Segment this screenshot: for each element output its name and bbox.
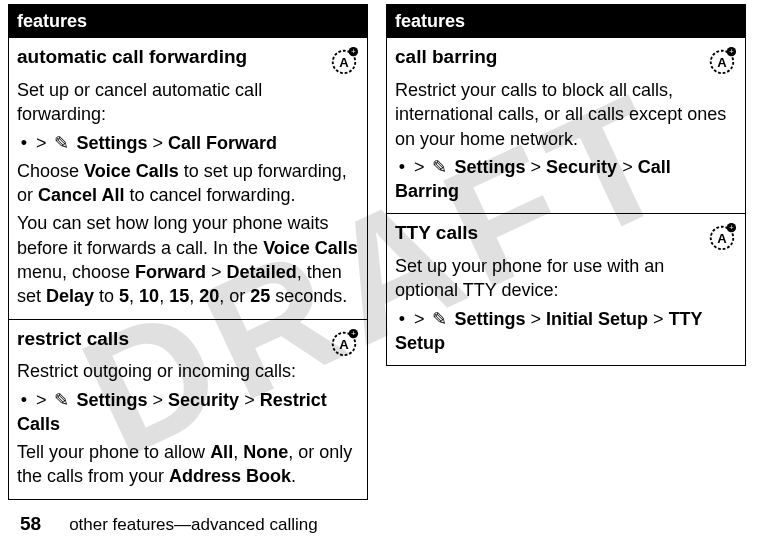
- features-table-left: features A+ automatic call forwarding Se…: [8, 4, 368, 500]
- feature-title: TTY calls: [395, 220, 478, 246]
- nav-path: • > ✎ Settings > Call Forward: [17, 131, 359, 155]
- path-settings: Settings: [77, 133, 148, 153]
- feature-title: call barring: [395, 44, 497, 70]
- feature-cell-tty-calls: A+ TTY calls Set up your phone for use w…: [387, 214, 746, 366]
- text: to cancel forwarding.: [124, 185, 295, 205]
- term-cancel-all: Cancel All: [38, 185, 124, 205]
- path-initial-setup: Initial Setup: [546, 309, 648, 329]
- table-header: features: [387, 5, 746, 38]
- term-none: None: [243, 442, 288, 462]
- path-security: Security: [546, 157, 617, 177]
- term-all: All: [210, 442, 233, 462]
- path-sep: >: [36, 133, 47, 153]
- page-number: 58: [20, 513, 41, 534]
- path-sep: >: [617, 157, 638, 177]
- path-sep: >: [239, 390, 260, 410]
- path-security: Security: [168, 390, 239, 410]
- num: 20: [199, 286, 219, 306]
- availability-badge-icon: A+: [707, 222, 737, 258]
- term-voice-calls: Voice Calls: [84, 161, 179, 181]
- path-sep: >: [414, 157, 425, 177]
- nav-path: • > ✎ Settings > Security > Restrict Cal…: [17, 388, 359, 437]
- feature-cell-auto-forward: A+ automatic call forwarding Set up or c…: [9, 38, 368, 319]
- num: 25: [250, 286, 270, 306]
- page-footer: 58other features—advanced calling: [20, 513, 318, 535]
- text: seconds.: [270, 286, 347, 306]
- feature-desc: Set up or cancel automatic call forwardi…: [17, 78, 359, 127]
- feature-title: automatic call forwarding: [17, 44, 247, 70]
- svg-text:+: +: [351, 48, 356, 57]
- text: Tell your phone to allow: [17, 442, 210, 462]
- table-header: features: [9, 5, 368, 38]
- nav-path: • > ✎ Settings > Initial Setup > TTY Set…: [395, 307, 737, 356]
- svg-text:+: +: [729, 48, 734, 57]
- num: 15: [169, 286, 189, 306]
- text: menu, choose: [17, 262, 135, 282]
- path-sep: >: [526, 157, 547, 177]
- left-column: features A+ automatic call forwarding Se…: [8, 4, 368, 500]
- settings-app-icon: ✎: [52, 131, 72, 155]
- path-sep: >: [148, 390, 169, 410]
- nav-path: • > ✎ Settings > Security > Call Barring: [395, 155, 737, 204]
- right-column: features A+ call barring Restrict your c…: [386, 4, 746, 500]
- path-sep: >: [648, 309, 669, 329]
- num: 5: [119, 286, 129, 306]
- svg-text:A: A: [339, 336, 349, 351]
- feature-text: Tell your phone to allow All, None, or o…: [17, 440, 359, 489]
- menu-key-icon: •: [17, 388, 31, 412]
- feature-text: You can set how long your phone waits be…: [17, 211, 359, 308]
- term-address-book: Address Book: [169, 466, 291, 486]
- path-settings: Settings: [77, 390, 148, 410]
- term-detailed: Detailed: [227, 262, 297, 282]
- term-forward: Forward: [135, 262, 206, 282]
- availability-badge-icon: A+: [329, 46, 359, 82]
- path-sep: >: [206, 262, 227, 282]
- text: ,: [189, 286, 199, 306]
- menu-key-icon: •: [395, 307, 409, 331]
- path-sep: >: [148, 133, 169, 153]
- path-call-forward: Call Forward: [168, 133, 277, 153]
- svg-text:A: A: [717, 55, 727, 70]
- text: , or: [219, 286, 250, 306]
- menu-key-icon: •: [395, 155, 409, 179]
- term-delay: Delay: [46, 286, 94, 306]
- path-sep: >: [36, 390, 47, 410]
- path-settings: Settings: [455, 157, 526, 177]
- feature-text: Choose Voice Calls to set up forwarding,…: [17, 159, 359, 208]
- svg-text:A: A: [717, 231, 727, 246]
- feature-title: restrict calls: [17, 326, 129, 352]
- menu-key-icon: •: [17, 131, 31, 155]
- feature-desc: Restrict outgoing or incoming calls:: [17, 359, 359, 383]
- feature-desc: Restrict your calls to block all calls, …: [395, 78, 737, 151]
- availability-badge-icon: A+: [707, 46, 737, 82]
- features-table-right: features A+ call barring Restrict your c…: [386, 4, 746, 366]
- text: ,: [159, 286, 169, 306]
- availability-badge-icon: A+: [329, 328, 359, 364]
- svg-text:A: A: [339, 55, 349, 70]
- settings-app-icon: ✎: [430, 307, 450, 331]
- text: ,: [129, 286, 139, 306]
- settings-app-icon: ✎: [430, 155, 450, 179]
- svg-text:+: +: [351, 329, 356, 338]
- path-sep: >: [414, 309, 425, 329]
- path-settings: Settings: [455, 309, 526, 329]
- text: .: [291, 466, 296, 486]
- term-voice-calls: Voice Calls: [263, 238, 358, 258]
- footer-text: other features—advanced calling: [69, 515, 318, 534]
- svg-text:+: +: [729, 224, 734, 233]
- text: ,: [233, 442, 243, 462]
- text: to: [94, 286, 119, 306]
- path-sep: >: [526, 309, 547, 329]
- settings-app-icon: ✎: [52, 388, 72, 412]
- feature-desc: Set up your phone for use with an option…: [395, 254, 737, 303]
- num: 10: [139, 286, 159, 306]
- page-content: features A+ automatic call forwarding Se…: [0, 0, 759, 500]
- feature-cell-call-barring: A+ call barring Restrict your calls to b…: [387, 38, 746, 214]
- text: Choose: [17, 161, 84, 181]
- feature-cell-restrict-calls: A+ restrict calls Restrict outgoing or i…: [9, 319, 368, 499]
